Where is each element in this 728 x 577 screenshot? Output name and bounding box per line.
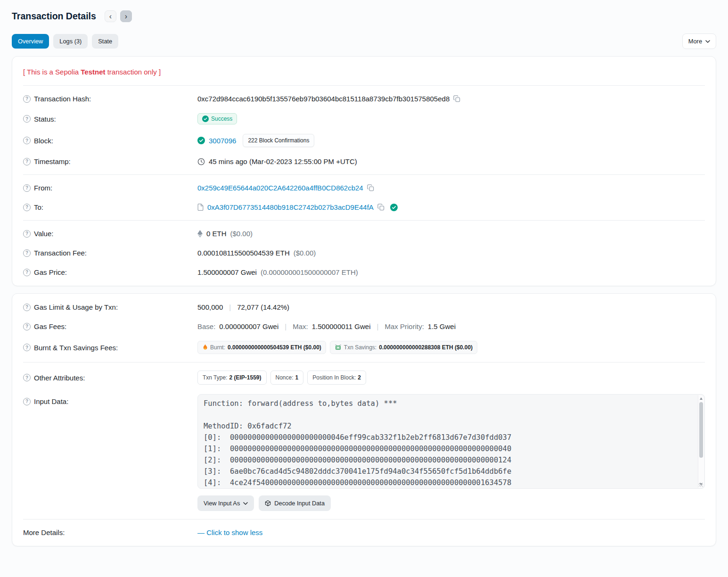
- scroll-up-arrow-icon[interactable]: [700, 397, 703, 400]
- value-amount: 0 ETH: [206, 230, 227, 238]
- row-burnt-savings: ? Burnt & Txn Savings Fees: Burnt: 0.000…: [23, 336, 705, 359]
- gas-limit-value: 500,000: [197, 303, 223, 311]
- chevron-left-icon: ‹: [109, 13, 112, 20]
- row-input-data: ? Input Data: Function: forward(address …: [23, 389, 705, 516]
- question-glyph: ?: [25, 270, 28, 275]
- other-attributes-label: Other Attributes:: [34, 374, 85, 382]
- help-icon[interactable]: ?: [23, 204, 31, 211]
- copy-icon: [453, 95, 460, 102]
- scrollbar-thumb[interactable]: [699, 402, 703, 458]
- help-icon[interactable]: ?: [23, 95, 31, 103]
- gas-fees-label: Gas Fees:: [34, 322, 66, 330]
- position-in-block-value: 2: [358, 374, 361, 381]
- gas-price-amount: 1.500000007 Gwei: [197, 268, 257, 276]
- copy-icon: [367, 184, 374, 191]
- copy-hash-button[interactable]: [453, 95, 460, 102]
- help-icon[interactable]: ?: [23, 269, 31, 276]
- help-icon[interactable]: ?: [23, 184, 31, 192]
- notice-text-end: transaction only ]: [106, 68, 161, 76]
- nonce-badge: Nonce: 1: [270, 371, 304, 385]
- base-fee-label: Base:: [197, 322, 215, 330]
- nonce-value: 1: [295, 374, 299, 381]
- more-button-label: More: [688, 38, 702, 45]
- help-icon[interactable]: ?: [23, 115, 31, 123]
- to-address-link[interactable]: 0xA3f07D6773514480b918C2742b027b3acD9E44…: [207, 203, 374, 211]
- txn-savings-value: 0.000000000000288308 ETH ($0.00): [379, 344, 473, 351]
- copy-to-address-button[interactable]: [377, 204, 384, 211]
- txn-type-badge: Txn Type: 2 (EIP-1559): [197, 371, 267, 385]
- chevron-down-icon: [705, 40, 710, 43]
- next-transaction-button[interactable]: ›: [120, 10, 132, 22]
- testnet-notice: [ This is a Sepolia Testnet transaction …: [23, 60, 705, 82]
- help-icon[interactable]: ?: [23, 137, 31, 144]
- question-glyph: ?: [25, 185, 28, 190]
- help-icon[interactable]: ?: [23, 398, 31, 405]
- row-block: ? Block: 3007096 222 Block Confirmations: [23, 129, 705, 152]
- separator: |: [229, 303, 231, 311]
- txn-type-label: Txn Type:: [203, 374, 227, 381]
- decode-input-data-button[interactable]: Decode Input Data: [259, 495, 331, 511]
- divider: [23, 174, 705, 175]
- tab-logs[interactable]: Logs (3): [53, 34, 88, 49]
- row-gas-limit: ? Gas Limit & Usage by Txn: 500,000 | 72…: [23, 297, 705, 317]
- status-label: Status:: [34, 115, 56, 123]
- max-priority-fee-label: Max Priority:: [384, 322, 424, 330]
- row-gas-fees: ? Gas Fees: Base: 0.000000007 Gwei | Max…: [23, 317, 705, 336]
- value-label: Value:: [34, 230, 53, 238]
- question-glyph: ?: [25, 138, 28, 143]
- transaction-fee-amount: 0.000108115500504539 ETH: [197, 249, 290, 257]
- contract-document-icon: [197, 204, 204, 211]
- help-icon[interactable]: ?: [23, 374, 31, 381]
- row-status: ? Status: Success: [23, 108, 705, 129]
- help-icon[interactable]: ?: [23, 344, 31, 351]
- help-icon[interactable]: ?: [23, 323, 31, 330]
- more-button[interactable]: More: [682, 33, 716, 49]
- row-timestamp: ? Timestamp: 45 mins ago (Mar-02-2023 12…: [23, 152, 705, 171]
- more-details-label: More Details:: [23, 528, 65, 536]
- copy-icon: [377, 204, 384, 211]
- divider: [23, 85, 705, 86]
- tabs-row: Overview Logs (3) State More: [12, 33, 716, 49]
- block-label: Block:: [34, 137, 53, 145]
- position-in-block-badge: Position In Block: 2: [307, 371, 366, 385]
- row-other-attributes: ? Other Attributes: Txn Type: 2 (EIP-155…: [23, 366, 705, 389]
- txn-type-value: 2 (EIP-1559): [229, 374, 261, 381]
- divider: [23, 362, 705, 363]
- input-data-actions: View Input As Decode Input Data: [197, 495, 705, 511]
- timestamp-value: 45 mins ago (Mar-02-2023 12:55:00 PM +UT…: [209, 157, 357, 165]
- prev-transaction-button[interactable]: ‹: [105, 10, 116, 22]
- copy-from-address-button[interactable]: [367, 184, 374, 191]
- help-icon[interactable]: ?: [23, 230, 31, 238]
- question-glyph: ?: [25, 159, 28, 164]
- transaction-fee-usd: ($0.00): [294, 249, 316, 257]
- tab-overview[interactable]: Overview: [12, 34, 49, 49]
- resize-grip[interactable]: [699, 483, 703, 487]
- transaction-fee-label: Transaction Fee:: [34, 249, 87, 257]
- verified-check-icon: [390, 204, 398, 211]
- from-address-link[interactable]: 0x259c49E65644a020C2A642260a4ffB0CD862cb…: [197, 184, 363, 192]
- input-data-box[interactable]: Function: forward(address to,bytes data)…: [197, 394, 705, 489]
- help-icon[interactable]: ?: [23, 249, 31, 257]
- notice-text: [ This is a Sepolia: [23, 68, 81, 76]
- input-data-label: Input Data:: [34, 397, 68, 405]
- row-value: ? Value: 0 ETH ($0.00): [23, 224, 705, 243]
- block-confirmations-badge: 222 Block Confirmations: [243, 134, 314, 147]
- scrollbar[interactable]: [698, 395, 704, 488]
- help-icon[interactable]: ?: [23, 304, 31, 311]
- burnt-value: 0.000000000000504539 ETH ($0.00): [228, 344, 321, 351]
- row-gas-price: ? Gas Price: 1.500000007 Gwei (0.0000000…: [23, 263, 705, 282]
- chevron-right-icon: ›: [125, 13, 127, 20]
- check-circle-icon: [197, 137, 205, 144]
- view-input-as-button[interactable]: View Input As: [197, 495, 254, 511]
- show-less-link[interactable]: — Click to show less: [197, 528, 262, 536]
- question-glyph: ?: [25, 375, 28, 380]
- row-more-details: More Details: — Click to show less: [23, 523, 705, 542]
- gas-usage-value: 72,077 (14.42%): [237, 303, 289, 311]
- gas-limit-label: Gas Limit & Usage by Txn:: [34, 303, 118, 311]
- transaction-hash-label: Transaction Hash:: [34, 95, 91, 103]
- tab-state[interactable]: State: [92, 34, 118, 49]
- help-icon[interactable]: ?: [23, 158, 31, 165]
- row-transaction-hash: ? Transaction Hash: 0xc72d984ccac6190b5f…: [23, 89, 705, 108]
- block-number-link[interactable]: 3007096: [209, 137, 236, 145]
- question-glyph: ?: [25, 205, 28, 210]
